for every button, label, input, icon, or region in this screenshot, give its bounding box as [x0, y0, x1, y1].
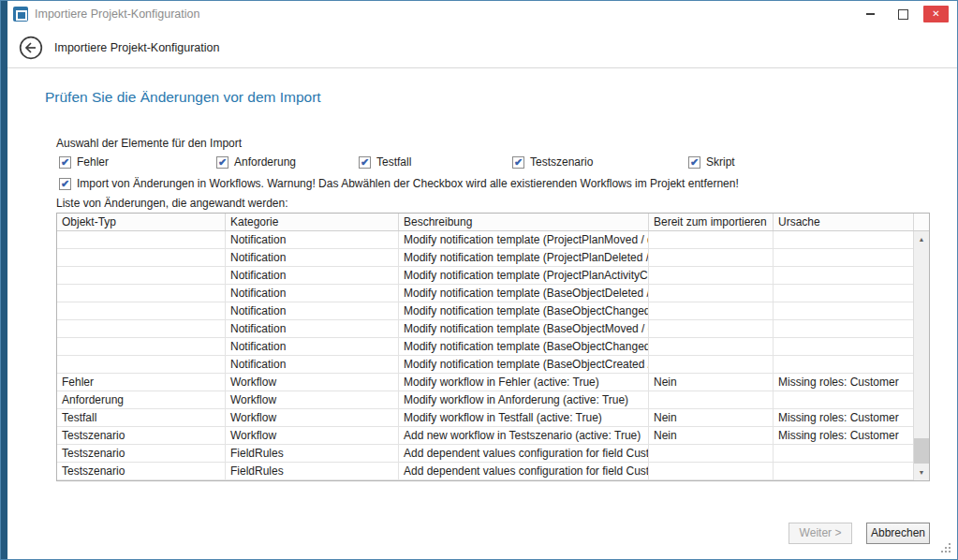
resize-grip[interactable]: [941, 543, 952, 554]
checkbox-box[interactable]: ✔: [688, 156, 700, 169]
table-row[interactable]: TestszenarioWorkflowAdd new workflow in …: [57, 427, 929, 445]
table-cell: FieldRules: [226, 445, 399, 462]
checkbox-box[interactable]: ✔: [512, 156, 524, 169]
checkbox-box[interactable]: ✔: [216, 156, 228, 169]
table-header-row: Objekt-TypKategorieBeschreibungBereit zu…: [57, 214, 929, 231]
selection-label: Auswahl der Elemente für den Import: [56, 137, 242, 150]
table-cell: [774, 445, 914, 462]
scrollbar-thumb[interactable]: [914, 438, 929, 464]
table-cell: [649, 463, 774, 479]
checkbox-testszenario[interactable]: ✔Testszenario: [512, 155, 688, 169]
checkbox-skript[interactable]: ✔Skript: [688, 155, 735, 169]
table-row[interactable]: TestszenarioFieldRulesAdd dependent valu…: [57, 445, 929, 463]
table-cell: [57, 320, 226, 337]
table-row[interactable]: TestfallWorkflowModify workflow in Testf…: [57, 409, 929, 427]
checkbox-box[interactable]: ✔: [59, 156, 71, 169]
table-cell: Modify notification template (ProjectPla…: [399, 231, 649, 248]
table-cell: [57, 285, 226, 302]
next-button[interactable]: Weiter >: [789, 523, 852, 544]
table-cell: [774, 302, 914, 319]
checkbox-anforderung[interactable]: ✔Anforderung: [216, 155, 359, 169]
checkbox-testfall[interactable]: ✔Testfall: [359, 155, 512, 169]
type-checkbox-row: ✔Fehler✔Anforderung✔Testfall✔Testszenari…: [59, 155, 735, 169]
table-cell: [649, 285, 774, 302]
minimize-icon[interactable]: [858, 6, 883, 22]
column-header-4[interactable]: Bereit zum importieren: [649, 214, 774, 230]
table-cell: Missing roles: Customer: [774, 409, 914, 426]
table-cell: Modify notification template (ProjectPla…: [399, 267, 649, 284]
table-cell: FieldRules: [226, 463, 399, 479]
table-cell: Notification: [226, 267, 399, 284]
back-button[interactable]: [19, 36, 43, 60]
column-header-filler: [914, 214, 929, 230]
table-cell: Modify notification template (ProjectPla…: [399, 249, 649, 266]
vertical-scrollbar[interactable]: ▲ ▼: [913, 231, 929, 480]
scroll-down-icon[interactable]: ▼: [914, 464, 929, 480]
table-cell: Modify notification template (BaseObject…: [399, 320, 649, 337]
table-cell: Notification: [226, 320, 399, 337]
window-accent-strip: [1, 1, 7, 559]
table-row[interactable]: NotificationModify notification template…: [57, 231, 929, 249]
column-header-1[interactable]: Objekt-Typ: [57, 214, 226, 230]
table-cell: Modify notification template (BaseObject…: [399, 356, 649, 373]
table-row[interactable]: NotificationModify notification template…: [57, 285, 929, 302]
scrollbar-track[interactable]: [914, 247, 929, 464]
table-cell: [649, 338, 774, 355]
table-cell: Modify workflow in Fehler (active: True): [399, 374, 649, 391]
table-cell: Notification: [226, 285, 399, 302]
workflow-checkbox[interactable]: ✔ Import von Änderungen in Workflows. Wa…: [59, 177, 739, 190]
table-cell: Modify notification template (BaseObject…: [399, 338, 649, 355]
table-cell: Modify workflow in Testfall (active: Tru…: [399, 409, 649, 426]
section-heading: Prüfen Sie die Änderungen vor dem Import: [45, 89, 321, 106]
close-icon[interactable]: [923, 6, 949, 22]
table-cell: Testszenario: [57, 463, 226, 479]
table-cell: Testfall: [57, 409, 226, 426]
table-row[interactable]: FehlerWorkflowModify workflow in Fehler …: [57, 374, 929, 391]
table-row[interactable]: NotificationModify notification template…: [57, 320, 929, 338]
table-cell: Modify notification template (BaseObject…: [399, 285, 649, 302]
table-cell: [57, 356, 226, 373]
table-cell: Testszenario: [57, 445, 226, 462]
table-cell: Notification: [226, 231, 399, 248]
checkbox-label: Skript: [706, 155, 735, 169]
table-row[interactable]: NotificationModify notification template…: [57, 302, 929, 320]
table-row[interactable]: NotificationModify notification template…: [57, 249, 929, 267]
window-title: Importiere Projekt-Konfiguration: [35, 7, 199, 21]
checkbox-label: Anforderung: [234, 155, 296, 169]
cancel-button[interactable]: Abbrechen: [866, 523, 930, 544]
table-cell: [649, 356, 774, 373]
table-cell: Modify notification template (BaseObject…: [399, 302, 649, 319]
table-row[interactable]: AnforderungWorkflowModify workflow in An…: [57, 391, 929, 409]
table-cell: [774, 391, 914, 408]
checkbox-fehler[interactable]: ✔Fehler: [59, 155, 216, 169]
table-row[interactable]: NotificationModify notification template…: [57, 267, 929, 285]
table-cell: [774, 463, 914, 479]
table-row[interactable]: TestszenarioFieldRulesAdd dependent valu…: [57, 463, 929, 480]
table-row[interactable]: NotificationModify notification template…: [57, 338, 929, 356]
table-cell: Modify workflow in Anforderung (active: …: [399, 391, 649, 408]
table-cell: Add dependent values configuration for f…: [399, 463, 649, 479]
table-cell: [774, 285, 914, 302]
table-cell: [57, 249, 226, 266]
maximize-icon[interactable]: [891, 6, 916, 22]
table-cell: [774, 338, 914, 355]
table-body: NotificationModify notification template…: [57, 231, 929, 480]
title-bar[interactable]: Importiere Projekt-Konfiguration: [7, 1, 957, 27]
scroll-up-icon[interactable]: ▲: [914, 231, 929, 247]
table-cell: [649, 249, 774, 266]
column-header-2[interactable]: Kategorie: [226, 214, 399, 230]
table-cell: [774, 320, 914, 337]
column-header-5[interactable]: Ursache: [774, 214, 914, 230]
table-cell: [57, 267, 226, 284]
table-row[interactable]: NotificationModify notification template…: [57, 356, 929, 374]
table-cell: [57, 231, 226, 248]
checkbox-box[interactable]: ✔: [359, 156, 371, 169]
table-cell: [774, 231, 914, 248]
table-cell: Nein: [649, 374, 774, 391]
table-cell: Nein: [649, 427, 774, 444]
table-cell: [649, 302, 774, 319]
workflow-checkbox-box[interactable]: ✔: [59, 178, 71, 190]
table-cell: Workflow: [226, 427, 399, 444]
workflow-checkbox-label: Import von Änderungen in Workflows. Warn…: [77, 177, 739, 190]
column-header-3[interactable]: Beschreibung: [399, 214, 649, 230]
